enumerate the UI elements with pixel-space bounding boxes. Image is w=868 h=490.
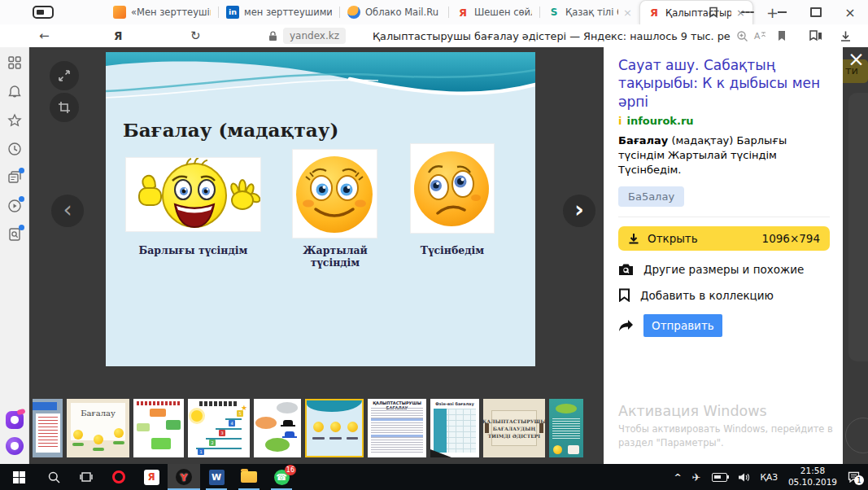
volume-icon[interactable] bbox=[738, 472, 750, 483]
thumbnail-assessment-table-slide[interactable]: Өзін-өзі бағалау bbox=[430, 399, 479, 457]
action-center-icon[interactable]: 1 bbox=[848, 471, 860, 483]
zoom-icon[interactable] bbox=[735, 28, 749, 43]
share-button[interactable]: Отправить bbox=[618, 314, 830, 337]
menu-icon[interactable] bbox=[741, 6, 754, 19]
svg-text:A: A bbox=[754, 31, 761, 41]
translate-icon[interactable]: A bbox=[752, 28, 767, 43]
browser-content: Бағалау (мадақтау) bbox=[0, 47, 868, 464]
chart-favicon-icon bbox=[113, 6, 126, 19]
open-button[interactable]: Открыть 1096×794 bbox=[618, 226, 830, 251]
similar-sizes-button[interactable]: Другие размеры и похожие bbox=[618, 263, 830, 276]
tab-panel-button[interactable] bbox=[33, 6, 54, 19]
collections-icon[interactable] bbox=[809, 28, 823, 43]
tag-chip[interactable]: Ба5алау bbox=[618, 186, 684, 207]
bookmark-icon bbox=[618, 288, 630, 302]
tab-sheshen-soyleu[interactable]: Я Шешен сөйлеудің қ bbox=[449, 0, 539, 24]
thumbnail-strip: Бағалау ★ bbox=[33, 399, 607, 459]
browser-window: «Мен зерттеушімін» in мен зерттеушимин О… bbox=[0, 0, 868, 490]
source-site-link[interactable]: i infourok.ru bbox=[618, 115, 830, 127]
thumbnail-methods-title-slide[interactable]: ҚАЛЫПТАСТЫРУШЫ БАҒАЛАУДЫҢ ТИІМДІ ӘДІСТЕР… bbox=[483, 399, 545, 457]
yandex-old-browser-icon[interactable]: Я bbox=[135, 464, 168, 490]
clock[interactable]: 21:58 05.10.2019 bbox=[788, 466, 837, 488]
tab-mailru-cloud[interactable]: Облако Mail.Ru - обл bbox=[340, 0, 448, 24]
minimize-button[interactable] bbox=[775, 6, 788, 19]
alice-assistant-icon[interactable] bbox=[6, 437, 24, 455]
date: 05.10.2019 bbox=[788, 477, 837, 487]
bookmarks-panel-icon[interactable] bbox=[707, 6, 720, 19]
background-card-fragment bbox=[848, 93, 868, 361]
notifications-bell-icon[interactable] bbox=[7, 85, 22, 99]
caption-all-understood: Барлығы түсіндім bbox=[130, 244, 256, 256]
tab-men-zertteushimin[interactable]: «Мен зерттеушімін» bbox=[106, 0, 218, 24]
battery-icon[interactable] bbox=[712, 473, 727, 482]
thumbnail-bagalau-slide[interactable]: Бағалау bbox=[67, 399, 129, 457]
windows-activation-watermark: Активация Windows Чтобы активировать Win… bbox=[618, 403, 833, 449]
tab-close-icon[interactable]: × bbox=[623, 7, 632, 18]
history-clock-icon[interactable] bbox=[7, 142, 22, 156]
yandex-home-button[interactable]: Я bbox=[114, 24, 122, 47]
omnibox-page-title[interactable]: Қалыптастырушы бағалау әдістері — Яндекс… bbox=[373, 24, 731, 47]
image-viewer-overlay: Бағалау (мадақтау) bbox=[30, 47, 868, 464]
task-view-button[interactable] bbox=[70, 464, 103, 490]
start-button[interactable] bbox=[0, 464, 37, 490]
thumbnail-hats-slide[interactable] bbox=[254, 399, 301, 457]
main-image[interactable]: Бағалау (мадақтау) bbox=[106, 52, 535, 366]
site-favicon-icon: i bbox=[618, 115, 622, 127]
background-circle-fragment bbox=[845, 418, 868, 453]
yandex-browser-icon-active[interactable]: Y bbox=[168, 464, 200, 490]
word-icon[interactable]: W bbox=[200, 464, 233, 490]
thumbnail-stairs-slide[interactable]: ★ 1 2 3 4 5 bbox=[188, 399, 250, 457]
tab-linkedin[interactable]: in мен зерттеушимин bbox=[219, 0, 339, 24]
file-explorer-icon[interactable] bbox=[233, 464, 265, 490]
search-page-icon[interactable] bbox=[7, 227, 22, 242]
url-host[interactable]: yandex.kz bbox=[283, 28, 346, 44]
tab-label: «Мен зерттеушімін» bbox=[131, 7, 211, 18]
close-viewer-button[interactable]: × bbox=[848, 49, 865, 69]
fullscreen-button[interactable] bbox=[50, 61, 79, 90]
tab-label: мен зерттеушимин bbox=[244, 7, 332, 18]
maximize-button[interactable] bbox=[809, 6, 822, 19]
linkedin-favicon-icon: in bbox=[226, 6, 239, 19]
thumbnail-current-slide-selected[interactable] bbox=[305, 399, 364, 457]
back-button[interactable]: ← bbox=[39, 24, 50, 47]
reload-button[interactable]: ↻ bbox=[190, 24, 201, 47]
similar-sizes-label: Другие размеры и похожие bbox=[643, 263, 804, 276]
close-window-button[interactable]: × bbox=[844, 6, 857, 19]
share-arrow-icon bbox=[618, 319, 634, 332]
bookmark-flag-icon[interactable] bbox=[774, 28, 789, 43]
thumbnail-green-slide[interactable] bbox=[549, 399, 583, 457]
action-center-badge: 1 bbox=[854, 475, 864, 485]
bookmarks-star-icon[interactable] bbox=[7, 113, 22, 128]
tab-kazak-tili[interactable]: S Қазақ тілі 6 сынып. × bbox=[540, 0, 639, 24]
thumbnail-flowchart-slide[interactable] bbox=[133, 399, 184, 457]
download-icon bbox=[628, 233, 639, 245]
airplane-mode-icon[interactable]: ✈ bbox=[692, 471, 701, 483]
download-icon[interactable] bbox=[838, 28, 853, 43]
apps-grid-icon[interactable] bbox=[7, 55, 22, 70]
lock-icon bbox=[268, 24, 277, 47]
thumbnail-document-slide[interactable]: ҚАЛЫПТАСТЫРУШЫ БАҒАЛАУ bbox=[368, 399, 426, 457]
image-title-link[interactable]: Сауат ашу. Сабақтың тақырыбы: К к дыбысы… bbox=[618, 56, 830, 111]
image-description: Бағалау (мадақтау) Барлығы түсіндім Жарт… bbox=[618, 133, 830, 177]
opera-icon[interactable] bbox=[103, 464, 135, 490]
window-controls: × bbox=[707, 0, 857, 24]
whatsapp-icon[interactable]: ☎ 16 bbox=[265, 464, 298, 490]
thumbnail-table-slide[interactable] bbox=[33, 399, 63, 457]
collections-cards-icon[interactable] bbox=[7, 170, 22, 185]
yandex-favicon-icon: Я bbox=[648, 7, 661, 20]
sidebar-rail bbox=[0, 47, 29, 464]
video-play-icon[interactable] bbox=[7, 199, 22, 213]
slide-title: Бағалау (мадақтау) bbox=[123, 119, 338, 141]
search-button[interactable] bbox=[37, 464, 70, 490]
tabs: «Мен зерттеушімін» in мен зерттеушимин О… bbox=[106, 0, 782, 24]
previous-image-button[interactable]: ‹ bbox=[51, 195, 84, 227]
notification-dot bbox=[19, 196, 24, 202]
next-image-button[interactable]: › bbox=[563, 195, 595, 227]
keyboard-language[interactable]: ҚАЗ bbox=[761, 472, 778, 482]
windows-taskbar: Я Y W ☎ 16 ^ ✈ ҚАЗ 21:58 05.10.2019 1 bbox=[0, 464, 868, 490]
add-to-collection-button[interactable]: Добавить в коллекцию bbox=[618, 288, 830, 302]
crop-button[interactable] bbox=[50, 93, 79, 122]
notification-dot bbox=[19, 225, 24, 230]
messenger-icon[interactable] bbox=[6, 411, 24, 429]
tray-expand-icon[interactable]: ^ bbox=[674, 472, 681, 483]
